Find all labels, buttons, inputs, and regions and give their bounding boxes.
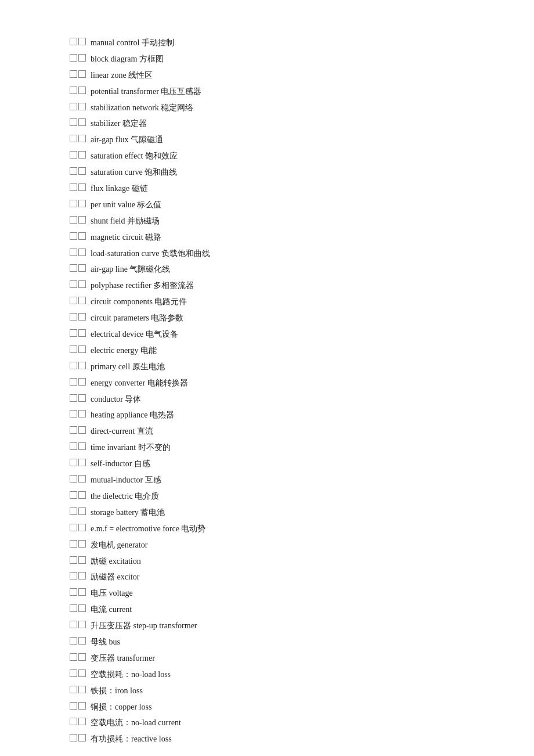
checkbox-2[interactable]	[78, 524, 86, 531]
checkbox-2[interactable]	[78, 329, 86, 337]
checkbox-pair	[70, 313, 86, 321]
checkbox-1[interactable]	[70, 103, 77, 110]
checkbox-1[interactable]	[70, 718, 77, 725]
checkbox-2[interactable]	[78, 653, 86, 661]
checkbox-1[interactable]	[70, 734, 77, 741]
checkbox-2[interactable]	[78, 475, 86, 483]
checkbox-2[interactable]	[78, 249, 86, 256]
list-item: air-gap flux 气隙磁通	[70, 132, 464, 148]
checkbox-1[interactable]	[70, 410, 77, 417]
checkbox-2[interactable]	[78, 280, 86, 288]
checkbox-2[interactable]	[78, 410, 86, 417]
checkbox-1[interactable]	[70, 621, 77, 628]
checkbox-1[interactable]	[70, 167, 77, 175]
checkbox-1[interactable]	[70, 669, 77, 677]
checkbox-pair	[70, 118, 86, 126]
checkbox-2[interactable]	[78, 540, 86, 548]
checkbox-1[interactable]	[70, 249, 77, 256]
checkbox-1[interactable]	[70, 394, 77, 402]
checkbox-2[interactable]	[78, 507, 86, 515]
checkbox-1[interactable]	[70, 313, 77, 321]
checkbox-pair	[70, 103, 86, 110]
list-item: 电流 current	[70, 602, 464, 618]
checkbox-2[interactable]	[78, 362, 86, 369]
checkbox-2[interactable]	[78, 103, 86, 110]
checkbox-1[interactable]	[70, 264, 77, 272]
item-text: magnetic circuit 磁路	[91, 230, 161, 245]
checkbox-2[interactable]	[78, 297, 86, 304]
checkbox-2[interactable]	[78, 216, 86, 224]
checkbox-2[interactable]	[78, 588, 86, 596]
list-item: saturation curve 饱和曲线	[70, 164, 464, 181]
checkbox-2[interactable]	[78, 734, 86, 741]
checkbox-2[interactable]	[78, 313, 86, 321]
checkbox-1[interactable]	[70, 491, 77, 499]
checkbox-2[interactable]	[78, 686, 86, 693]
checkbox-1[interactable]	[70, 442, 77, 450]
checkbox-2[interactable]	[78, 135, 86, 142]
checkbox-1[interactable]	[70, 572, 77, 579]
checkbox-1[interactable]	[70, 54, 77, 62]
checkbox-2[interactable]	[78, 70, 86, 78]
checkbox-1[interactable]	[70, 702, 77, 710]
checkbox-1[interactable]	[70, 216, 77, 224]
checkbox-2[interactable]	[78, 459, 86, 466]
checkbox-2[interactable]	[78, 394, 86, 402]
checkbox-2[interactable]	[78, 442, 86, 450]
checkbox-1[interactable]	[70, 297, 77, 304]
checkbox-2[interactable]	[78, 604, 86, 612]
checkbox-2[interactable]	[78, 264, 86, 272]
checkbox-1[interactable]	[70, 38, 77, 45]
checkbox-2[interactable]	[78, 232, 86, 240]
checkbox-1[interactable]	[70, 604, 77, 612]
checkbox-1[interactable]	[70, 362, 77, 369]
checkbox-1[interactable]	[70, 329, 77, 337]
checkbox-1[interactable]	[70, 556, 77, 564]
checkbox-1[interactable]	[70, 118, 77, 126]
checkbox-2[interactable]	[78, 637, 86, 645]
checkbox-1[interactable]	[70, 135, 77, 142]
checkbox-1[interactable]	[70, 280, 77, 288]
item-text: circuit components 电路元件	[91, 294, 187, 309]
checkbox-2[interactable]	[78, 345, 86, 353]
checkbox-2[interactable]	[78, 54, 86, 62]
checkbox-1[interactable]	[70, 183, 77, 191]
checkbox-2[interactable]	[78, 572, 86, 579]
checkbox-1[interactable]	[70, 524, 77, 531]
checkbox-1[interactable]	[70, 378, 77, 386]
checkbox-1[interactable]	[70, 345, 77, 353]
checkbox-2[interactable]	[78, 718, 86, 725]
checkbox-1[interactable]	[70, 653, 77, 661]
checkbox-2[interactable]	[78, 87, 86, 94]
checkbox-1[interactable]	[70, 459, 77, 466]
checkbox-2[interactable]	[78, 556, 86, 564]
item-text: load-saturation curve 负载饱和曲线	[91, 246, 210, 261]
checkbox-1[interactable]	[70, 151, 77, 159]
checkbox-1[interactable]	[70, 686, 77, 693]
checkbox-2[interactable]	[78, 167, 86, 175]
checkbox-2[interactable]	[78, 491, 86, 499]
checkbox-2[interactable]	[78, 426, 86, 434]
checkbox-2[interactable]	[78, 118, 86, 126]
checkbox-1[interactable]	[70, 637, 77, 645]
checkbox-1[interactable]	[70, 588, 77, 596]
checkbox-2[interactable]	[78, 621, 86, 628]
checkbox-2[interactable]	[78, 378, 86, 386]
checkbox-2[interactable]	[78, 702, 86, 710]
checkbox-1[interactable]	[70, 507, 77, 515]
checkbox-1[interactable]	[70, 70, 77, 78]
checkbox-2[interactable]	[78, 38, 86, 45]
checkbox-2[interactable]	[78, 669, 86, 677]
checkbox-1[interactable]	[70, 540, 77, 548]
list-item: load-saturation curve 负载饱和曲线	[70, 246, 464, 262]
checkbox-2[interactable]	[78, 151, 86, 159]
checkbox-1[interactable]	[70, 475, 77, 483]
list-item: 发电机 generator	[70, 537, 464, 553]
checkbox-1[interactable]	[70, 426, 77, 434]
checkbox-1[interactable]	[70, 200, 77, 207]
checkbox-2[interactable]	[78, 200, 86, 207]
checkbox-1[interactable]	[70, 87, 77, 94]
checkbox-1[interactable]	[70, 232, 77, 240]
checkbox-2[interactable]	[78, 183, 86, 191]
checkbox-pair	[70, 38, 86, 45]
